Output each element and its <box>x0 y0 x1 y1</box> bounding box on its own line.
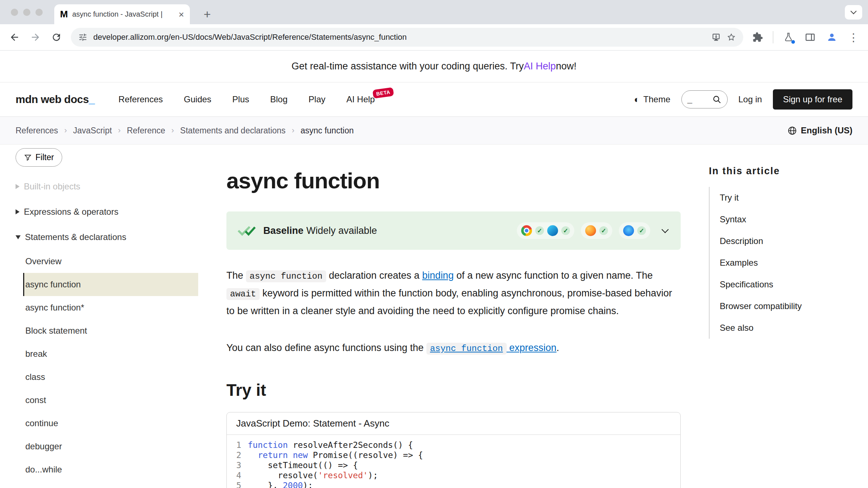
edge-icon <box>547 225 558 236</box>
toc-item-try-it[interactable]: Try it <box>710 187 854 209</box>
reload-button[interactable] <box>47 28 66 47</box>
tab-close-icon[interactable]: × <box>179 10 184 19</box>
toc-item-browser-compatibility[interactable]: Browser compatibility <box>710 295 854 317</box>
side-panel-button[interactable] <box>801 28 820 47</box>
logo-underscore: _ <box>89 93 94 105</box>
check-icon: ✓ <box>561 226 570 235</box>
search-box[interactable]: _ <box>681 90 728 108</box>
breadcrumb-separator: › <box>292 126 294 135</box>
chevron-down-icon[interactable] <box>661 226 669 233</box>
demo-title: JavaScript Demo: Statement - Async <box>227 412 680 435</box>
toc-link[interactable]: Try it <box>720 193 739 202</box>
lab-extension-button[interactable] <box>779 28 798 47</box>
async-function-expression-link[interactable]: async function expression <box>426 342 557 353</box>
sidebar-item-empty-statement[interactable]: Empty statement <box>23 481 198 488</box>
minimize-window-button[interactable] <box>23 9 30 16</box>
code-line: }, 2000); <box>248 480 313 488</box>
browser-tab[interactable]: M async function - JavaScript | × <box>54 4 190 24</box>
code-line: resolve('resolved'); <box>248 470 378 480</box>
back-button[interactable] <box>5 28 24 47</box>
nav-item-play[interactable]: Play <box>309 94 326 104</box>
tab-title: async function - JavaScript | <box>72 10 174 18</box>
sidebar-item-continue[interactable]: continue <box>23 412 198 435</box>
header-right: ◐ Theme _ Log in Sign up for free <box>634 89 852 110</box>
sidebar-item-async-function[interactable]: async function <box>23 273 198 296</box>
link-text: expression <box>507 342 557 353</box>
extensions-button[interactable] <box>748 28 767 47</box>
bookmark-star-icon[interactable] <box>727 33 736 42</box>
filter-button[interactable]: Filter <box>16 148 62 167</box>
toc: In this article Try it Syntax Descriptio… <box>709 145 854 339</box>
chevron-right-icon <box>16 209 20 214</box>
sidebar-item-const[interactable]: const <box>23 389 198 412</box>
toc-link[interactable]: Browser compatibility <box>720 301 802 311</box>
line-number: 5 <box>227 480 248 488</box>
toc-link[interactable]: Specifications <box>720 279 773 289</box>
firefox-icon <box>585 225 596 236</box>
site-settings-icon[interactable] <box>78 33 88 42</box>
sidebar-item-overview[interactable]: Overview <box>23 250 198 273</box>
mdn-favicon: M <box>60 9 68 20</box>
toc-item-specifications[interactable]: Specifications <box>710 274 854 295</box>
puzzle-icon <box>752 32 763 43</box>
sidebar-item-break[interactable]: break <box>23 342 198 365</box>
nav-item-ai-help[interactable]: AI HelpBETA <box>346 94 375 104</box>
sidebar-item-do-while[interactable]: do...while <box>23 458 198 481</box>
toc-item-syntax[interactable]: Syntax <box>710 209 854 230</box>
breadcrumb-item-current[interactable]: async function <box>301 126 354 136</box>
nav-item-guides[interactable]: Guides <box>184 94 211 104</box>
code-editor[interactable]: 1function resolveAfter2Seconds() { 2 ret… <box>227 435 680 488</box>
toc-item-see-also[interactable]: See also <box>710 317 854 339</box>
sidebar-section-expressions-operators[interactable]: Expressions & operators <box>16 199 198 224</box>
toc-link[interactable]: Examples <box>720 258 758 267</box>
baseline-label: Baseline <box>263 225 303 236</box>
toc-link[interactable]: Description <box>720 236 763 246</box>
main-area: Filter Built-in objects Expressions & op… <box>0 145 868 487</box>
toc-link[interactable]: Syntax <box>720 214 746 224</box>
sidebar-item-debugger[interactable]: debugger <box>23 435 198 458</box>
tab-search-button[interactable] <box>845 5 862 20</box>
toc-link[interactable]: See also <box>720 323 753 333</box>
sidebar-item-block-statement[interactable]: Block statement <box>23 319 198 342</box>
nav-item-references[interactable]: References <box>119 94 163 104</box>
mdn-logo[interactable]: mdn web docs_ <box>16 93 95 106</box>
url-text: developer.allizom.org/en-US/docs/Web/Jav… <box>93 33 706 42</box>
breadcrumb-item-statements[interactable]: Statements and declarations <box>180 126 286 136</box>
sidebar-section-statements-declarations[interactable]: Statements & declarations <box>16 224 198 250</box>
sidebar-item-async-function-star[interactable]: async function* <box>23 296 198 319</box>
breadcrumb-item-reference[interactable]: Reference <box>127 126 165 136</box>
baseline-text: BaselineWidely available <box>263 225 377 236</box>
inline-code: async function <box>246 270 326 282</box>
demo-card: JavaScript Demo: Statement - Async 1func… <box>226 412 681 488</box>
new-tab-button[interactable]: + <box>200 7 215 22</box>
binding-link[interactable]: binding <box>422 270 454 281</box>
signup-button[interactable]: Sign up for free <box>773 89 852 110</box>
toc-heading: In this article <box>709 166 854 177</box>
promo-text-before: Get real-time assistance with your codin… <box>292 61 524 72</box>
browser-menu-button[interactable]: ⋮ <box>844 28 863 47</box>
language-button[interactable]: English (US) <box>787 125 852 136</box>
theme-button[interactable]: ◐ Theme <box>634 94 670 104</box>
breadcrumb-item-references[interactable]: References <box>16 126 58 136</box>
address-bar[interactable]: developer.allizom.org/en-US/docs/Web/Jav… <box>71 28 743 47</box>
filter-label: Filter <box>35 153 54 162</box>
site-header: mdn web docs_ References Guides Plus Blo… <box>0 82 868 117</box>
login-link[interactable]: Log in <box>739 94 762 104</box>
zoom-window-button[interactable] <box>35 9 43 16</box>
close-window-button[interactable] <box>11 9 18 16</box>
nav-item-blog[interactable]: Blog <box>270 94 288 104</box>
sidebar-section-built-in-objects[interactable]: Built-in objects <box>16 174 198 199</box>
text: declaration creates a <box>326 270 422 281</box>
ai-help-link[interactable]: AI Help <box>524 61 556 72</box>
toc-item-examples[interactable]: Examples <box>710 252 854 274</box>
sidebar-section-label: Statements & declarations <box>25 232 126 242</box>
install-icon[interactable] <box>711 33 721 42</box>
profile-avatar[interactable] <box>822 28 841 47</box>
breadcrumb-item-javascript[interactable]: JavaScript <box>73 126 112 136</box>
sidebar-item-class[interactable]: class <box>23 365 198 389</box>
nav-item-plus[interactable]: Plus <box>232 94 249 104</box>
forward-button[interactable] <box>26 28 45 47</box>
baseline-check-icon <box>237 224 256 237</box>
text: . <box>557 342 559 353</box>
toc-item-description[interactable]: Description <box>710 230 854 252</box>
